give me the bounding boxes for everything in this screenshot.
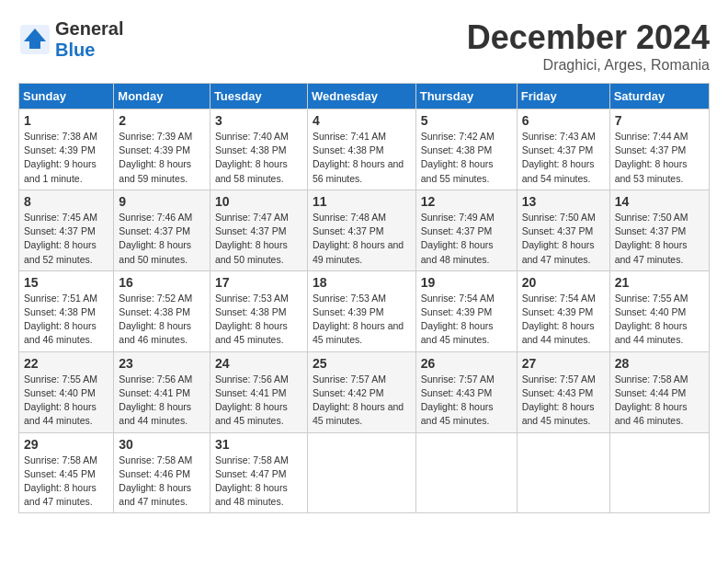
day-cell: 29Sunrise: 7:58 AMSunset: 4:45 PMDayligh… (19, 432, 114, 513)
day-cell: 19Sunrise: 7:54 AMSunset: 4:39 PMDayligh… (415, 270, 517, 351)
calendar-body: 1Sunrise: 7:38 AMSunset: 4:39 PMDaylight… (19, 109, 710, 513)
day-info: Sunrise: 7:45 AMSunset: 4:37 PMDaylight:… (24, 212, 97, 265)
day-info: Sunrise: 7:53 AMSunset: 4:39 PMDaylight:… (313, 293, 404, 346)
day-cell: 10Sunrise: 7:47 AMSunset: 4:37 PMDayligh… (210, 190, 307, 270)
day-cell (609, 432, 709, 513)
day-number: 19 (421, 275, 512, 290)
logo-general: General (55, 18, 123, 39)
weekday-monday: Monday (114, 84, 210, 109)
day-cell: 26Sunrise: 7:57 AMSunset: 4:43 PMDayligh… (415, 351, 517, 432)
day-number: 12 (421, 194, 512, 209)
day-number: 23 (119, 356, 205, 371)
day-number: 10 (215, 194, 302, 209)
weekday-sunday: Sunday (19, 84, 114, 109)
day-cell: 8Sunrise: 7:45 AMSunset: 4:37 PMDaylight… (19, 190, 114, 270)
day-info: Sunrise: 7:40 AMSunset: 4:38 PMDaylight:… (215, 131, 289, 184)
day-cell: 4Sunrise: 7:41 AMSunset: 4:38 PMDaylight… (307, 109, 415, 190)
title-section: December 2024 Draghici, Arges, Romania (467, 18, 710, 74)
day-number: 25 (313, 356, 411, 371)
day-info: Sunrise: 7:43 AMSunset: 4:37 PMDaylight:… (522, 131, 596, 184)
day-number: 14 (615, 194, 704, 209)
day-number: 2 (119, 113, 205, 128)
day-number: 13 (522, 194, 605, 209)
day-cell: 25Sunrise: 7:57 AMSunset: 4:42 PMDayligh… (307, 351, 415, 432)
day-cell: 23Sunrise: 7:56 AMSunset: 4:41 PMDayligh… (114, 351, 210, 432)
day-cell: 7Sunrise: 7:44 AMSunset: 4:37 PMDaylight… (609, 109, 709, 190)
calendar-table: SundayMondayTuesdayWednesdayThursdayFrid… (18, 83, 710, 513)
day-number: 18 (313, 275, 411, 290)
day-cell: 6Sunrise: 7:43 AMSunset: 4:37 PMDaylight… (517, 109, 609, 190)
day-cell: 13Sunrise: 7:50 AMSunset: 4:37 PMDayligh… (517, 190, 609, 270)
day-info: Sunrise: 7:55 AMSunset: 4:40 PMDaylight:… (615, 293, 688, 346)
day-number: 1 (24, 113, 108, 128)
day-cell: 2Sunrise: 7:39 AMSunset: 4:39 PMDaylight… (114, 109, 210, 190)
day-info: Sunrise: 7:47 AMSunset: 4:37 PMDaylight:… (215, 212, 289, 265)
day-cell (517, 432, 609, 513)
day-cell: 24Sunrise: 7:56 AMSunset: 4:41 PMDayligh… (210, 351, 307, 432)
day-info: Sunrise: 7:58 AMSunset: 4:44 PMDaylight:… (615, 373, 688, 427)
day-number: 20 (522, 275, 605, 290)
weekday-friday: Friday (517, 84, 609, 109)
day-cell: 9Sunrise: 7:46 AMSunset: 4:37 PMDaylight… (114, 190, 210, 270)
svg-rect-2 (29, 41, 40, 49)
day-number: 30 (119, 437, 205, 452)
day-info: Sunrise: 7:42 AMSunset: 4:38 PMDaylight:… (421, 131, 495, 184)
day-cell: 20Sunrise: 7:54 AMSunset: 4:39 PMDayligh… (517, 270, 609, 351)
day-number: 17 (215, 275, 302, 290)
day-info: Sunrise: 7:50 AMSunset: 4:37 PMDaylight:… (615, 212, 688, 265)
day-cell: 21Sunrise: 7:55 AMSunset: 4:40 PMDayligh… (609, 270, 709, 351)
day-cell: 17Sunrise: 7:53 AMSunset: 4:38 PMDayligh… (210, 270, 307, 351)
day-cell: 28Sunrise: 7:58 AMSunset: 4:44 PMDayligh… (609, 351, 709, 432)
day-number: 9 (119, 194, 205, 209)
logo-blue: Blue (55, 40, 95, 60)
day-info: Sunrise: 7:55 AMSunset: 4:40 PMDaylight:… (24, 373, 97, 427)
logo: General Blue (18, 18, 123, 61)
day-cell: 31Sunrise: 7:58 AMSunset: 4:47 PMDayligh… (210, 432, 307, 513)
day-number: 27 (522, 356, 605, 371)
weekday-tuesday: Tuesday (210, 84, 307, 109)
day-number: 28 (615, 356, 704, 371)
week-row-5: 29Sunrise: 7:58 AMSunset: 4:45 PMDayligh… (19, 432, 710, 513)
day-number: 15 (24, 275, 108, 290)
day-info: Sunrise: 7:58 AMSunset: 4:46 PMDaylight:… (119, 454, 192, 508)
month-title: December 2024 (467, 18, 710, 57)
day-info: Sunrise: 7:58 AMSunset: 4:47 PMDaylight:… (215, 454, 289, 508)
day-cell: 3Sunrise: 7:40 AMSunset: 4:38 PMDaylight… (210, 109, 307, 190)
day-number: 3 (215, 113, 302, 128)
day-number: 21 (615, 275, 704, 290)
day-info: Sunrise: 7:58 AMSunset: 4:45 PMDaylight:… (24, 454, 97, 508)
header: General Blue December 2024 Draghici, Arg… (18, 18, 710, 74)
week-row-2: 8Sunrise: 7:45 AMSunset: 4:37 PMDaylight… (19, 190, 710, 270)
day-cell: 15Sunrise: 7:51 AMSunset: 4:38 PMDayligh… (19, 270, 114, 351)
day-cell: 14Sunrise: 7:50 AMSunset: 4:37 PMDayligh… (609, 190, 709, 270)
day-cell: 1Sunrise: 7:38 AMSunset: 4:39 PMDaylight… (19, 109, 114, 190)
weekday-saturday: Saturday (609, 84, 709, 109)
day-info: Sunrise: 7:52 AMSunset: 4:38 PMDaylight:… (119, 293, 192, 346)
day-info: Sunrise: 7:53 AMSunset: 4:38 PMDaylight:… (215, 293, 289, 346)
day-info: Sunrise: 7:56 AMSunset: 4:41 PMDaylight:… (215, 373, 289, 427)
weekday-wednesday: Wednesday (307, 84, 415, 109)
day-number: 26 (421, 356, 512, 371)
day-info: Sunrise: 7:44 AMSunset: 4:37 PMDaylight:… (615, 131, 688, 184)
day-info: Sunrise: 7:48 AMSunset: 4:37 PMDaylight:… (313, 212, 404, 265)
day-number: 8 (24, 194, 108, 209)
logo-icon (18, 23, 51, 56)
day-cell: 12Sunrise: 7:49 AMSunset: 4:37 PMDayligh… (415, 190, 517, 270)
location-title: Draghici, Arges, Romania (467, 57, 710, 74)
day-info: Sunrise: 7:49 AMSunset: 4:37 PMDaylight:… (421, 212, 495, 265)
day-info: Sunrise: 7:38 AMSunset: 4:39 PMDaylight:… (24, 131, 97, 184)
day-info: Sunrise: 7:50 AMSunset: 4:37 PMDaylight:… (522, 212, 596, 265)
week-row-4: 22Sunrise: 7:55 AMSunset: 4:40 PMDayligh… (19, 351, 710, 432)
day-cell: 18Sunrise: 7:53 AMSunset: 4:39 PMDayligh… (307, 270, 415, 351)
day-number: 16 (119, 275, 205, 290)
day-number: 5 (421, 113, 512, 128)
day-cell (415, 432, 517, 513)
day-cell: 16Sunrise: 7:52 AMSunset: 4:38 PMDayligh… (114, 270, 210, 351)
day-info: Sunrise: 7:54 AMSunset: 4:39 PMDaylight:… (522, 293, 596, 346)
day-cell: 5Sunrise: 7:42 AMSunset: 4:38 PMDaylight… (415, 109, 517, 190)
day-cell: 22Sunrise: 7:55 AMSunset: 4:40 PMDayligh… (19, 351, 114, 432)
day-info: Sunrise: 7:56 AMSunset: 4:41 PMDaylight:… (119, 373, 192, 427)
day-number: 11 (313, 194, 411, 209)
day-number: 4 (313, 113, 411, 128)
day-number: 22 (24, 356, 108, 371)
